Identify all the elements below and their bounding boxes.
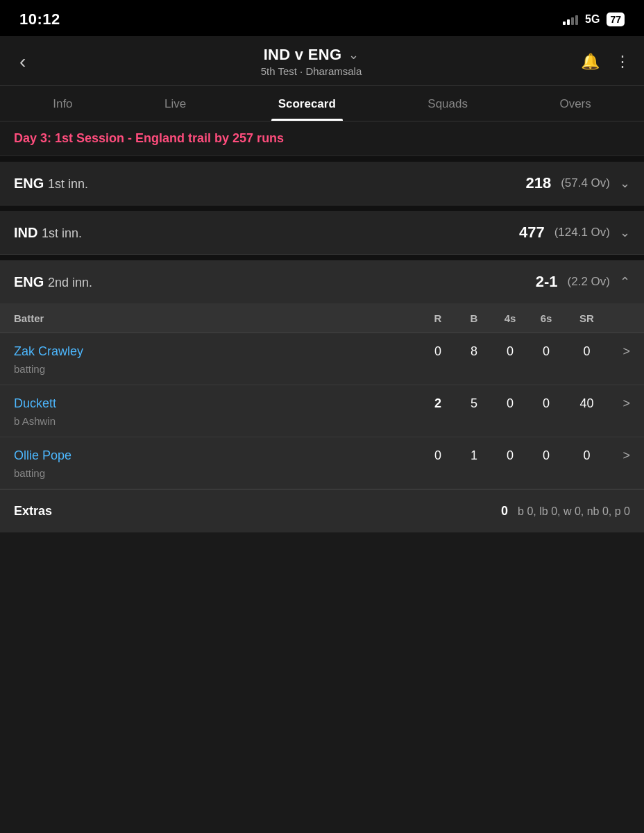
- live-banner-text: Day 3: 1st Session - England trail by 25…: [14, 131, 284, 145]
- status-bar: 10:12 5G 77: [0, 0, 644, 36]
- batter-chevron-crawley[interactable]: >: [609, 344, 630, 359]
- tab-scorecard[interactable]: Scorecard: [271, 86, 343, 121]
- battery-level: 77: [610, 14, 621, 25]
- header-center: IND v ENG ⌄ 5th Test · Dharamsala: [42, 46, 581, 77]
- header-actions: 🔔 ⋮: [581, 53, 630, 71]
- tab-live[interactable]: Live: [158, 86, 193, 121]
- eng-2nd-overs: (2.2 Ov): [568, 275, 610, 289]
- separator3: [0, 255, 644, 260]
- extras-breakdown: b 0, lb 0, w 0, nb 0, p 0: [518, 505, 630, 518]
- eng-1st-innings-row[interactable]: ENG 1st inn. 218 (57.4 Ov) ⌄: [0, 162, 644, 205]
- tab-info[interactable]: Info: [46, 86, 79, 121]
- batter-6s-duckett: 0: [528, 396, 564, 411]
- batter-status-crawley: batting: [14, 363, 630, 375]
- batter-b-pope: 1: [456, 448, 492, 463]
- batter-status-pope: batting: [14, 467, 630, 479]
- col-header-b: B: [456, 312, 492, 324]
- batter-name-crawley[interactable]: Zak Crawley: [14, 344, 420, 359]
- eng-1st-label: ENG 1st inn.: [14, 176, 88, 192]
- ind-1st-overs: (124.1 Ov): [554, 226, 610, 239]
- col-header-sr: SR: [564, 312, 609, 324]
- tab-overs[interactable]: Overs: [552, 86, 598, 121]
- batter-row-duckett: Duckett 2 5 0 0 40 > b Ashwin: [0, 385, 644, 437]
- ind-1st-label: IND 1st inn.: [14, 225, 82, 241]
- separator2: [0, 205, 644, 211]
- batter-b-crawley: 8: [456, 344, 492, 359]
- eng-2nd-chevron-icon: ⌃: [620, 274, 630, 289]
- extras-label: Extras: [14, 504, 52, 519]
- scorecard-section: Batter R B 4s 6s SR Zak Crawley 0 8 0 0 …: [0, 304, 644, 532]
- batter-row-pope: Ollie Pope 0 1 0 0 0 > batting: [0, 437, 644, 489]
- col-header-batter: Batter: [14, 312, 420, 324]
- batter-6s-crawley: 0: [528, 344, 564, 359]
- batter-name-pope[interactable]: Ollie Pope: [14, 448, 420, 463]
- match-subtitle: 5th Test · Dharamsala: [261, 65, 362, 77]
- back-button[interactable]: ‹: [14, 48, 42, 76]
- batter-chevron-pope[interactable]: >: [609, 448, 630, 463]
- batter-status-duckett: b Ashwin: [14, 415, 630, 427]
- col-header-4s: 4s: [492, 312, 528, 324]
- extras-detail: 0 b 0, lb 0, w 0, nb 0, p 0: [501, 504, 630, 519]
- battery-indicator: 77: [607, 12, 625, 26]
- header-title-row: IND v ENG ⌄: [264, 46, 359, 64]
- batter-sr-duckett: 40: [564, 396, 609, 411]
- eng-2nd-innings-row[interactable]: ENG 2nd inn. 2-1 (2.2 Ov) ⌃: [0, 260, 644, 304]
- eng-1st-overs: (57.4 Ov): [561, 176, 610, 190]
- status-right: 5G 77: [563, 12, 625, 26]
- col-header-r: R: [420, 312, 456, 324]
- ind-1st-score-section: 477 (124.1 Ov) ⌄: [519, 224, 630, 242]
- separator: [0, 156, 644, 162]
- network-type: 5G: [585, 13, 600, 26]
- more-options-icon[interactable]: ⋮: [615, 53, 630, 71]
- batter-4s-duckett: 0: [492, 396, 528, 411]
- batter-main-pope: Ollie Pope 0 1 0 0 0 >: [14, 448, 630, 463]
- batter-6s-pope: 0: [528, 448, 564, 463]
- nav-tabs: Info Live Scorecard Squads Overs: [0, 86, 644, 121]
- batter-chevron-duckett[interactable]: >: [609, 396, 630, 411]
- ind-1st-score: 477: [519, 224, 545, 242]
- status-time: 10:12: [19, 10, 60, 28]
- eng-2nd-score-section: 2-1 (2.2 Ov) ⌃: [536, 273, 630, 291]
- extras-total: 0: [501, 504, 508, 519]
- eng-1st-chevron-icon: ⌄: [620, 176, 630, 191]
- batter-main-crawley: Zak Crawley 0 8 0 0 0 >: [14, 344, 630, 359]
- batter-main-duckett: Duckett 2 5 0 0 40 >: [14, 396, 630, 411]
- batter-4s-crawley: 0: [492, 344, 528, 359]
- eng-1st-score-section: 218 (57.4 Ov) ⌄: [525, 174, 630, 192]
- batter-sr-pope: 0: [564, 448, 609, 463]
- match-title: IND v ENG: [264, 46, 342, 64]
- batter-name-duckett[interactable]: Duckett: [14, 396, 420, 411]
- batter-4s-pope: 0: [492, 448, 528, 463]
- batter-sr-crawley: 0: [564, 344, 609, 359]
- eng-1st-score: 218: [525, 174, 551, 192]
- batter-r-crawley: 0: [420, 344, 456, 359]
- eng-2nd-score: 2-1: [536, 273, 558, 291]
- notification-icon[interactable]: 🔔: [581, 53, 600, 71]
- batter-b-duckett: 5: [456, 396, 492, 411]
- ind-1st-chevron-icon: ⌄: [620, 225, 630, 240]
- extras-row: Extras 0 b 0, lb 0, w 0, nb 0, p 0: [0, 489, 644, 532]
- col-header-6s: 6s: [528, 312, 564, 324]
- batter-r-duckett: 2: [420, 396, 456, 411]
- ind-1st-innings-row[interactable]: IND 1st inn. 477 (124.1 Ov) ⌄: [0, 211, 644, 255]
- batter-r-pope: 0: [420, 448, 456, 463]
- signal-icon: [563, 14, 578, 25]
- tab-squads[interactable]: Squads: [421, 86, 475, 121]
- eng-2nd-label: ENG 2nd inn.: [14, 274, 92, 290]
- header: ‹ IND v ENG ⌄ 5th Test · Dharamsala 🔔 ⋮: [0, 36, 644, 86]
- title-chevron-icon[interactable]: ⌄: [348, 47, 359, 62]
- scorecard-table-header: Batter R B 4s 6s SR: [0, 304, 644, 333]
- live-banner: Day 3: 1st Session - England trail by 25…: [0, 121, 644, 156]
- batter-row-crawley: Zak Crawley 0 8 0 0 0 > batting: [0, 333, 644, 385]
